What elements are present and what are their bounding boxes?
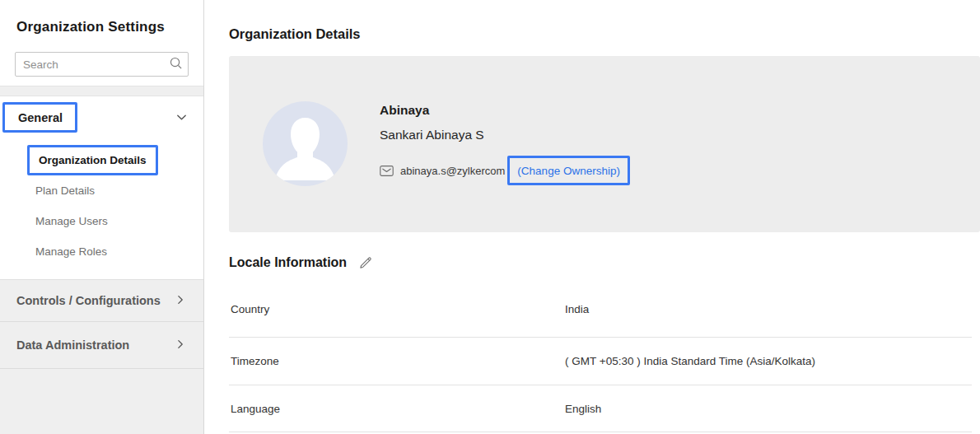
sidebar-item-manage-users[interactable]: Manage Users <box>0 206 203 236</box>
section-label: Controls / Configurations <box>16 294 161 307</box>
org-owner-card: Abinaya Sankari Abinaya S abinaya.s@zylk… <box>229 56 980 232</box>
row-value: English <box>565 403 972 415</box>
sidebar-title: Organization Settings <box>16 19 165 35</box>
sidebar-item-label: Manage Roles <box>35 245 107 258</box>
change-ownership-link[interactable]: (Change Ownership) <box>517 165 620 177</box>
chevron-right-icon <box>175 338 186 352</box>
locale-information-table: Country India Timezone ( GMT +05:30 ) In… <box>229 282 972 432</box>
row-value: ( GMT +05:30 ) India Standard Time (Asia… <box>565 355 972 367</box>
sidebar-item-manage-roles[interactable]: Manage Roles <box>0 236 203 267</box>
main-content: Organization Details Abinaya Sankari Abi… <box>205 0 980 434</box>
locale-information-title: Locale Information <box>229 255 347 270</box>
table-row: Timezone ( GMT +05:30 ) India Standard T… <box>229 338 972 385</box>
sidebar: Organization Settings General Organizati… <box>0 0 204 434</box>
sidebar-collapsed-sections: Controls / Configurations Data Administr… <box>0 279 203 434</box>
email-icon <box>380 166 394 176</box>
search-input[interactable] <box>23 58 169 71</box>
locale-information-header: Locale Information <box>229 255 373 270</box>
owner-email: abinaya.s@zylkercom <box>400 165 505 177</box>
chevron-down-icon <box>175 111 188 127</box>
owner-name: Abinaya <box>380 103 630 118</box>
general-label: General <box>2 102 77 133</box>
row-label: Language <box>229 403 565 415</box>
sidebar-divider-strip <box>0 86 203 96</box>
owner-email-row: abinaya.s@zylkercom (Change Ownership) <box>380 156 630 185</box>
avatar <box>263 101 348 186</box>
sidebar-section-data-administration[interactable]: Data Administration <box>0 322 203 369</box>
page-title: Organization Details <box>229 26 361 42</box>
search-box <box>15 52 189 77</box>
row-value: India <box>565 303 972 315</box>
edit-pencil-icon[interactable] <box>358 255 373 270</box>
organization-settings-page: Organization Settings General Organizati… <box>0 0 980 434</box>
sidebar-item-label: Manage Users <box>35 215 108 227</box>
table-row: Language English <box>229 385 972 432</box>
chevron-right-icon <box>175 294 186 308</box>
change-ownership-highlight: (Change Ownership) <box>507 156 630 185</box>
sidebar-general-section: General Organization Details Plan Detail… <box>0 96 203 279</box>
sidebar-section-controls-configurations[interactable]: Controls / Configurations <box>0 280 203 322</box>
owner-full-name: Sankari Abinaya S <box>380 128 630 142</box>
sidebar-item-label: Organization Details <box>27 145 158 175</box>
row-label: Timezone <box>229 355 565 367</box>
row-label: Country <box>229 303 565 315</box>
table-row: Country India <box>229 282 972 338</box>
section-label: Data Administration <box>16 338 129 352</box>
sidebar-section-general[interactable]: General <box>0 96 203 139</box>
sidebar-item-plan-details[interactable]: Plan Details <box>0 175 203 206</box>
general-items-list: Organization Details Plan Details Manage… <box>0 145 203 267</box>
sidebar-item-organization-details[interactable]: Organization Details <box>0 145 203 175</box>
search-icon <box>169 56 183 73</box>
sidebar-item-label: Plan Details <box>35 184 95 197</box>
owner-info: Abinaya Sankari Abinaya S abinaya.s@zylk… <box>380 103 630 185</box>
